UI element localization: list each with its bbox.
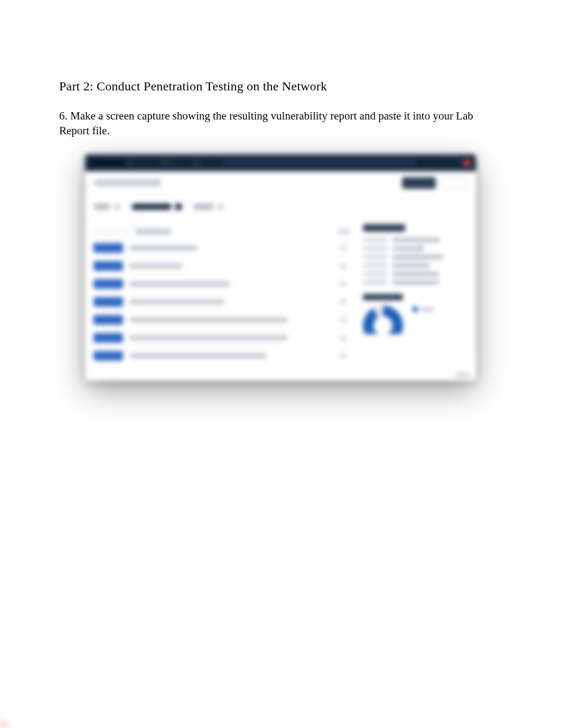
row-name [129, 263, 182, 269]
chart-legend [413, 307, 434, 312]
app-titlebar [85, 154, 476, 171]
row-name [129, 299, 225, 305]
column-name[interactable] [135, 228, 172, 235]
row-count [340, 335, 347, 340]
tab-count [175, 203, 182, 210]
row-name [129, 281, 230, 287]
severity-pill [94, 315, 123, 325]
vulnerabilities-heading [363, 294, 403, 300]
detail-row [363, 280, 469, 284]
table-row[interactable] [90, 347, 360, 365]
legend-swatch-icon [413, 307, 418, 312]
pager[interactable] [455, 372, 471, 377]
severity-pill [94, 297, 123, 307]
scan-sidebar [360, 219, 476, 371]
table-row[interactable] [90, 293, 360, 311]
tab-history[interactable] [193, 203, 225, 210]
titlebar-text [172, 161, 193, 164]
severity-pill [94, 243, 123, 253]
tabs [85, 196, 476, 219]
titlebar-user [416, 161, 458, 164]
column-count[interactable] [338, 229, 350, 234]
row-count [340, 299, 347, 305]
vulnerability-report-screenshot [85, 154, 476, 381]
row-count [340, 353, 347, 358]
tab-count [217, 203, 225, 210]
scan-header [85, 171, 476, 196]
severity-pill [94, 261, 123, 271]
row-name [129, 353, 267, 358]
row-name [129, 317, 288, 322]
table-row[interactable] [90, 275, 360, 293]
column-severity[interactable] [94, 228, 128, 235]
table-header [90, 224, 360, 239]
row-name [129, 245, 198, 251]
titlebar-text [134, 161, 161, 164]
tab-label [193, 204, 214, 210]
severity-pill [94, 351, 123, 361]
tab-label [132, 204, 172, 210]
main-content [85, 219, 476, 371]
notification-icon[interactable] [463, 159, 471, 167]
detail-row [363, 238, 469, 242]
row-count [340, 281, 347, 287]
row-name [129, 335, 288, 340]
table-row[interactable] [90, 257, 360, 275]
detail-row [363, 246, 469, 251]
titlebar-text [200, 161, 223, 164]
row-count [340, 245, 347, 251]
detail-row [363, 255, 469, 259]
instruction-text: 6. Make a screen capture showing the res… [59, 108, 502, 139]
scan-name [94, 179, 162, 187]
export-button[interactable] [441, 177, 467, 189]
legend-label [421, 307, 434, 311]
vulnerabilities-donut-chart [363, 306, 403, 334]
table-row[interactable] [90, 329, 360, 347]
vulnerabilities-table [85, 219, 360, 371]
page-curl-icon [0, 715, 13, 728]
app-logo [89, 159, 126, 167]
tab-hosts[interactable] [94, 203, 121, 210]
tab-count [114, 203, 121, 210]
pager-bar [85, 371, 476, 381]
table-row[interactable] [90, 311, 360, 329]
detail-row [363, 272, 469, 276]
tab-vulnerabilities[interactable] [132, 203, 182, 210]
tab-label [94, 204, 110, 210]
configure-button[interactable] [402, 177, 436, 189]
severity-pill [94, 333, 123, 343]
scan-details-heading [363, 224, 405, 232]
detail-row [363, 263, 469, 268]
table-row[interactable] [90, 239, 360, 257]
row-count [340, 263, 347, 269]
row-count [340, 317, 347, 322]
severity-pill [94, 279, 123, 289]
section-title: Part 2: Conduct Penetration Testing on t… [59, 79, 502, 94]
